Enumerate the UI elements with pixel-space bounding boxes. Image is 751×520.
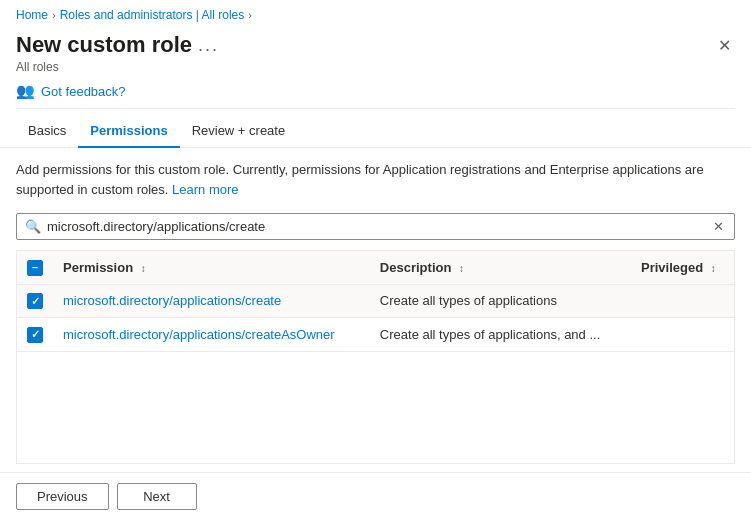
column-permission-label: Permission [63, 260, 133, 275]
divider-top [16, 108, 735, 109]
breadcrumb-sep1: › [52, 9, 56, 21]
search-icon: 🔍 [25, 219, 41, 234]
row1-permission-cell: microsoft.directory/applications/create [53, 284, 370, 318]
breadcrumb-home[interactable]: Home [16, 8, 48, 22]
info-text-body: Add permissions for this custom role. Cu… [16, 162, 704, 197]
breadcrumb-sep2: › [248, 9, 252, 21]
row1-checkbox[interactable]: ✓ [27, 293, 43, 309]
sort-permission-icon: ↕ [141, 263, 146, 274]
breadcrumb-roles[interactable]: Roles and administrators | All roles [60, 8, 245, 22]
permissions-table-container: – Permission ↕ Description ↕ Privileg [16, 250, 735, 464]
sort-description-icon: ↕ [459, 263, 464, 274]
title-area: New custom role ... All roles [16, 32, 219, 74]
row1-permission-link[interactable]: microsoft.directory/applications/create [63, 293, 281, 308]
row2-checkbox[interactable]: ✓ [27, 327, 43, 343]
row1-checkbox-cell: ✓ [17, 284, 53, 318]
column-description-label: Description [380, 260, 452, 275]
search-clear-button[interactable]: ✕ [711, 219, 726, 234]
header-row: New custom role ... All roles ✕ [0, 28, 751, 74]
feedback-label[interactable]: Got feedback? [41, 84, 126, 99]
tab-permissions[interactable]: Permissions [78, 113, 179, 148]
sort-privileged-icon: ↕ [711, 263, 716, 274]
search-box: 🔍 ✕ [16, 213, 735, 240]
panel: Home › Roles and administrators | All ro… [0, 0, 751, 520]
column-privileged-label: Privileged [641, 260, 703, 275]
page-title: New custom role ... [16, 32, 219, 58]
info-text: Add permissions for this custom role. Cu… [16, 160, 735, 199]
table-row: ✓ microsoft.directory/applications/creat… [17, 318, 734, 352]
feedback-icon: 👥 [16, 82, 35, 100]
row1-privileged-cell [631, 284, 734, 318]
select-all-checkbox[interactable]: – [27, 260, 43, 276]
feedback-bar[interactable]: 👥 Got feedback? [0, 74, 751, 108]
row2-permission-link[interactable]: microsoft.directory/applications/createA… [63, 327, 335, 342]
tab-basics[interactable]: Basics [16, 113, 78, 148]
row2-description-cell: Create all types of applications, and ..… [370, 318, 631, 352]
previous-button[interactable]: Previous [16, 483, 109, 510]
page-title-ellipsis[interactable]: ... [198, 35, 219, 56]
close-button[interactable]: ✕ [714, 32, 735, 59]
row2-permission-cell: microsoft.directory/applications/createA… [53, 318, 370, 352]
row2-checkbox-cell: ✓ [17, 318, 53, 352]
permissions-table: – Permission ↕ Description ↕ Privileg [17, 251, 734, 352]
tabs-bar: Basics Permissions Review + create [0, 113, 751, 148]
content-area: Add permissions for this custom role. Cu… [0, 148, 751, 472]
footer: Previous Next [0, 472, 751, 520]
page-title-text: New custom role [16, 32, 192, 58]
table-header-row: – Permission ↕ Description ↕ Privileg [17, 251, 734, 284]
page-subtitle: All roles [16, 60, 219, 74]
column-header-privileged[interactable]: Privileged ↕ [631, 251, 734, 284]
table-row: ✓ microsoft.directory/applications/creat… [17, 284, 734, 318]
next-button[interactable]: Next [117, 483, 197, 510]
row2-privileged-cell [631, 318, 734, 352]
learn-more-link[interactable]: Learn more [172, 182, 238, 197]
column-header-description[interactable]: Description ↕ [370, 251, 631, 284]
column-header-permission[interactable]: Permission ↕ [53, 251, 370, 284]
tab-review-create[interactable]: Review + create [180, 113, 298, 148]
search-input[interactable] [47, 219, 705, 234]
breadcrumb: Home › Roles and administrators | All ro… [0, 0, 751, 28]
row1-description-cell: Create all types of applications [370, 284, 631, 318]
select-all-header: – [17, 251, 53, 284]
